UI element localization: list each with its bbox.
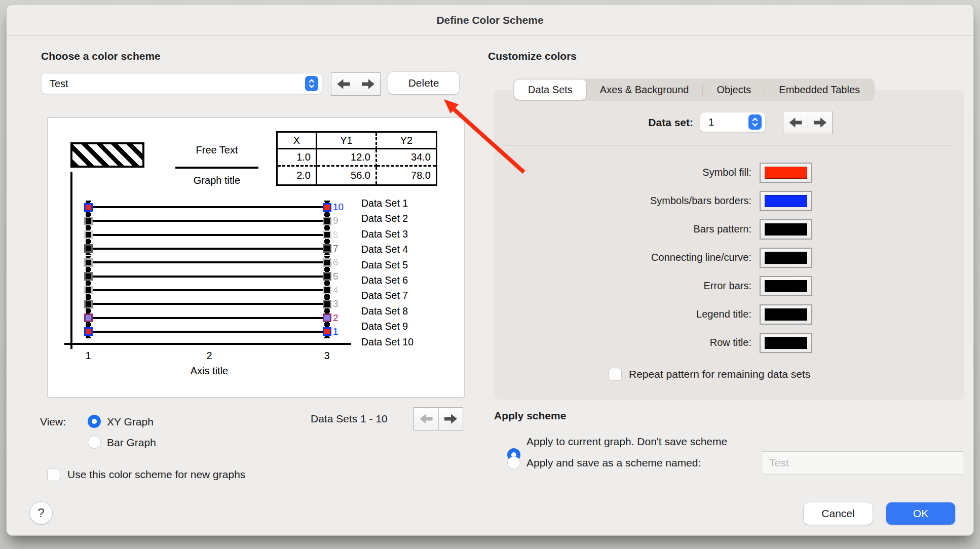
arrow-right-icon <box>362 79 374 90</box>
preview-graph-title: Graph title <box>175 175 258 186</box>
define-color-scheme-dialog: Define Color Scheme Choose a color schem… <box>6 4 974 536</box>
cancel-button[interactable]: Cancel <box>804 502 873 525</box>
use-for-new-graphs-label[interactable]: Use this color scheme for new graphs <box>67 468 245 481</box>
panel-divider <box>503 145 955 146</box>
radio-bar-graph[interactable] <box>88 436 101 449</box>
tab-objects[interactable]: Objects <box>703 80 765 100</box>
ok-button[interactable]: OK <box>886 502 955 525</box>
dataset-symbol <box>323 203 331 212</box>
radio-apply-save-label[interactable]: Apply and save as a scheme named: <box>526 457 701 469</box>
color-chip <box>765 252 807 264</box>
footer-divider <box>7 488 974 488</box>
dataset-symbol <box>84 313 93 322</box>
color-row-label: Symbols/bars borders: <box>513 195 751 207</box>
dataset-number: 2 <box>333 312 353 324</box>
legend-item: Data Set 8 <box>361 305 408 317</box>
color-well-error-bars-[interactable] <box>760 276 812 296</box>
datasets-prev-button[interactable] <box>414 408 438 430</box>
color-well-connecting-line-curve-[interactable] <box>760 248 812 268</box>
legend-item: Data Set 3 <box>361 228 408 240</box>
choose-scheme-heading: Choose a color scheme <box>41 50 161 62</box>
dataset-number: 1 <box>333 326 353 337</box>
scheme-prev-button[interactable] <box>331 73 356 95</box>
dataset-symbol <box>84 203 93 212</box>
scheme-next-button[interactable] <box>356 73 380 95</box>
dataset-symbol <box>84 230 93 239</box>
data-set-select-value: 1 <box>708 116 714 128</box>
data-set-select[interactable]: 1 <box>700 112 766 132</box>
repeat-pattern-checkbox[interactable] <box>609 368 622 381</box>
dataset-symbol <box>323 286 331 294</box>
radio-apply-current-label[interactable]: Apply to current graph. Don't save schem… <box>526 436 727 448</box>
tab-embedded-tables[interactable]: Embedded Tables <box>765 80 874 100</box>
dataset-symbol <box>323 258 331 267</box>
dataset-symbol <box>323 244 331 253</box>
color-well-symbol-fill-[interactable] <box>760 163 812 183</box>
color-well-row-title-[interactable] <box>760 333 812 353</box>
radio-xy-graph[interactable] <box>88 415 101 428</box>
dataset-number: 7 <box>333 243 353 254</box>
dataset-line <box>88 220 327 222</box>
arrow-right-icon <box>444 414 457 424</box>
select-stepper-icon <box>305 76 318 91</box>
select-stepper-icon <box>748 114 762 130</box>
preview-underline <box>175 167 258 169</box>
use-for-new-graphs-checkbox[interactable] <box>47 468 60 481</box>
dataset-line <box>88 303 327 305</box>
dataset-number: 9 <box>333 215 353 226</box>
datasets-next-button[interactable] <box>438 408 463 430</box>
dataset-line <box>88 234 327 236</box>
radio-xy-graph-label[interactable]: XY Graph <box>107 416 154 428</box>
apply-scheme-heading: Apply scheme <box>494 410 566 422</box>
color-chip <box>765 337 807 349</box>
dataset-number: 10 <box>333 202 353 213</box>
tab-axes-background[interactable]: Axes & Background <box>586 80 703 100</box>
table-cell: 1.0 <box>278 149 317 167</box>
dataset-line <box>88 317 327 319</box>
scheme-select[interactable]: Test <box>41 73 322 94</box>
scheme-name-input[interactable] <box>762 451 963 475</box>
dataset-number: 5 <box>333 271 353 282</box>
color-chip <box>765 280 807 292</box>
dataset-symbol <box>323 272 331 281</box>
color-row-label: Bars pattern: <box>513 223 751 235</box>
color-chip <box>765 167 807 179</box>
dataset-symbol <box>323 230 331 239</box>
color-chip <box>765 223 807 236</box>
tab-data-sets[interactable]: Data Sets <box>514 80 586 100</box>
scheme-select-value: Test <box>50 78 68 90</box>
color-well-bars-pattern-[interactable] <box>760 219 812 240</box>
dataset-line <box>88 248 327 250</box>
error-bar-cap <box>86 337 91 338</box>
table-header-y2: Y2 <box>377 133 436 149</box>
color-well-symbols-bars-borders-[interactable] <box>760 191 812 211</box>
data-set-nav-buttons <box>783 111 833 134</box>
radio-bar-graph-label[interactable]: Bar Graph <box>107 437 156 449</box>
legend-item: Data Set 10 <box>361 336 413 348</box>
color-row-label: Symbol fill: <box>513 167 751 178</box>
dialog-title: Define Color Scheme <box>7 5 973 36</box>
delete-button[interactable]: Delete <box>388 72 459 94</box>
dataset-line <box>88 261 327 263</box>
datasets-nav-buttons <box>413 407 463 430</box>
help-button[interactable]: ? <box>30 502 52 524</box>
radio-apply-save[interactable] <box>507 456 520 469</box>
data-set-prev-button[interactable] <box>783 111 808 134</box>
dataset-number: 8 <box>333 229 353 241</box>
table-header-x: X <box>278 133 317 149</box>
dataset-symbol <box>84 258 93 267</box>
dataset-line <box>88 206 327 208</box>
data-set-next-button[interactable] <box>808 111 832 134</box>
legend-item: Data Set 6 <box>361 274 408 286</box>
color-chip <box>765 308 807 321</box>
table-cell: 2.0 <box>278 167 317 184</box>
legend-item: Data Set 2 <box>361 213 408 224</box>
table-cell: 56.0 <box>317 167 377 184</box>
preview-hatch-pattern <box>70 142 144 168</box>
customize-colors-heading: Customize colors <box>488 50 577 62</box>
color-well-legend-title-[interactable] <box>760 304 812 325</box>
datasets-range-label: Data Sets 1 - 10 <box>311 413 388 425</box>
repeat-pattern-label[interactable]: Repeat pattern for remaining data sets <box>629 368 810 380</box>
customize-tabs: Data SetsAxes & BackgroundObjectsEmbedde… <box>513 79 875 101</box>
dataset-line <box>88 289 327 291</box>
